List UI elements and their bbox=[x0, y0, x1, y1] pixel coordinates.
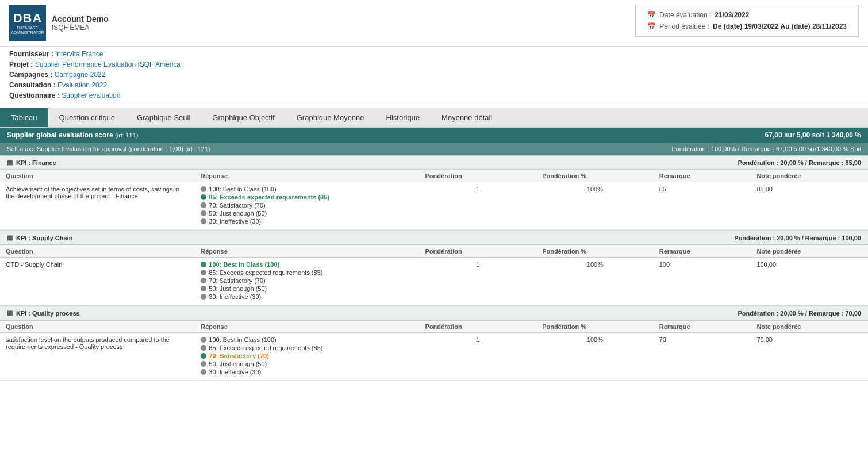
kpi-supply-chain-title: KPI : Supply Chain bbox=[16, 235, 72, 241]
dot-icon bbox=[201, 202, 206, 208]
col-reponse: Réponse bbox=[195, 245, 419, 258]
tab-historique[interactable]: Historique bbox=[375, 108, 431, 127]
finance-remarque: 85 bbox=[654, 182, 751, 230]
supply-remarque: 100 bbox=[654, 258, 751, 305]
logo-letters: DBA bbox=[13, 11, 43, 26]
response-option: 30: Ineffective (30) bbox=[201, 293, 413, 300]
account-sub: ISQF EMEA bbox=[52, 24, 109, 32]
tabs-bar: Tableau Question critique Graphique Seui… bbox=[0, 108, 868, 128]
campagnes-row: Campagnes : Campagne 2022 bbox=[9, 70, 859, 80]
dot-icon bbox=[201, 345, 206, 351]
projet-row: Projet : Supplier Performance Evaluation… bbox=[9, 59, 859, 70]
tab-graphique-objectif[interactable]: Graphique Objectif bbox=[201, 108, 285, 127]
dot-icon bbox=[201, 286, 206, 291]
eval-date-label: Date évaluation : bbox=[659, 11, 711, 19]
kpi-quality-ponderation: Pondération : 20,00 % / Remarque : 70,00 bbox=[738, 310, 861, 317]
supply-reponse: 100: Best in Class (100) 85: Exceeds exp… bbox=[195, 258, 419, 305]
supply-ponderation-pct: 100% bbox=[536, 258, 654, 305]
finance-ponderation-pct: 100% bbox=[536, 182, 654, 230]
response-option: 30: Ineffective (30) bbox=[201, 369, 413, 375]
consultation-value: Evaluation 2022 bbox=[57, 81, 107, 89]
quality-ponderation: 1 bbox=[420, 333, 537, 381]
fournisseur-value: Intervita France bbox=[55, 50, 103, 58]
supply-note-ponderee: 100,00 bbox=[751, 258, 868, 305]
period-row: 📅 Period évaluée : De (date) 19/03/2022 … bbox=[647, 22, 847, 30]
kpi-quality-title-area: ▦ KPI : Quality process bbox=[7, 309, 80, 317]
dot-icon-green bbox=[201, 194, 206, 200]
response-option: 85: Exceeds expected requirements (85) bbox=[201, 269, 413, 276]
response-option: 50: Just enough (50) bbox=[201, 210, 413, 217]
col-ponderation-pct: Pondération % bbox=[536, 245, 654, 258]
table-row: Achievement of the objectives set in ter… bbox=[0, 182, 868, 230]
dot-icon bbox=[201, 210, 206, 216]
account-info: Account Demo ISQF EMEA bbox=[52, 14, 109, 32]
eval-date-row: 📅 Date évaluation : 21/03/2022 bbox=[647, 11, 847, 19]
kpi-supply-chain-title-area: ▦ KPI : Supply Chain bbox=[7, 234, 72, 241]
consultation-row: Consultation : Evaluation 2022 bbox=[9, 80, 859, 90]
dot-icon bbox=[201, 337, 206, 343]
tab-tableau[interactable]: Tableau bbox=[0, 108, 48, 127]
logo-area: DBA DATABASEADMINISTRATOR Account Demo I… bbox=[9, 5, 109, 41]
kpi-quality-header-row: Question Réponse Pondération Pondération… bbox=[0, 321, 868, 333]
kpi-supply-chain-table: Question Réponse Pondération Pondération… bbox=[0, 245, 868, 305]
grid-icon-finance: ▦ bbox=[7, 159, 13, 166]
col-remarque: Remarque bbox=[654, 321, 751, 333]
content-area: Supplier global evaluation score (id: 11… bbox=[0, 128, 868, 381]
dot-icon bbox=[201, 278, 206, 283]
projet-value: Supplier Performance Evaluation ISQF Ame… bbox=[35, 60, 180, 68]
kpi-quality-title: KPI : Quality process bbox=[16, 310, 80, 317]
score-value: 67,00 sur 5,00 soit 1 340,00 % bbox=[765, 131, 861, 139]
axe-title: Self a axe Supplier Evaluation for appro… bbox=[7, 145, 210, 152]
questionnaire-label: Questionnaire : bbox=[9, 91, 60, 99]
fournisseur-row: Fournisseur : Intervita France bbox=[9, 49, 859, 59]
quality-reponse: 100: Best in Class (100) 85: Exceeds exp… bbox=[195, 333, 419, 381]
finance-question: Achievement of the objectives set in ter… bbox=[0, 182, 195, 230]
response-option: 50: Just enough (50) bbox=[201, 360, 413, 367]
response-option: 100: Best in Class (100) bbox=[201, 336, 413, 343]
period-value: De (date) 19/03/2022 Au (date) 28/11/202… bbox=[713, 22, 847, 30]
kpi-quality-section: ▦ KPI : Quality process Pondération : 20… bbox=[0, 306, 868, 381]
calendar-icon: 📅 bbox=[647, 11, 656, 19]
col-ponderation-pct: Pondération % bbox=[536, 170, 654, 182]
dot-icon bbox=[201, 369, 206, 375]
kpi-finance-title: KPI : Finance bbox=[16, 159, 56, 166]
kpi-finance-title-area: ▦ KPI : Finance bbox=[7, 159, 56, 166]
kpi-quality-table: Question Réponse Pondération Pondération… bbox=[0, 320, 868, 381]
quality-note-ponderee: 70,00 bbox=[751, 333, 868, 381]
dot-icon bbox=[201, 270, 206, 275]
kpi-finance-header-row: Question Réponse Pondération Pondération… bbox=[0, 170, 868, 182]
response-option-selected: 100: Best in Class (100) bbox=[201, 261, 413, 268]
score-title: Supplier global evaluation score (id: 11… bbox=[7, 131, 138, 139]
kpi-supply-chain-header-row: Question Réponse Pondération Pondération… bbox=[0, 245, 868, 258]
table-row: OTD - Supply Chain 100: Best in Class (1… bbox=[0, 258, 868, 305]
kpi-supply-chain-section: ▦ KPI : Supply Chain Pondération : 20,00… bbox=[0, 231, 868, 306]
tab-question-critique[interactable]: Question critique bbox=[48, 108, 126, 127]
kpi-finance-table: Question Réponse Pondération Pondération… bbox=[0, 170, 868, 230]
quality-ponderation-pct: 100% bbox=[536, 333, 654, 381]
col-question: Question bbox=[0, 321, 195, 333]
date-info-box: 📅 Date évaluation : 21/03/2022 📅 Period … bbox=[635, 5, 859, 37]
grid-icon-supply: ▦ bbox=[7, 234, 13, 241]
tab-graphique-seuil[interactable]: Graphique Seuil bbox=[126, 108, 201, 127]
score-bar: Supplier global evaluation score (id: 11… bbox=[0, 128, 868, 143]
finance-reponse: 100: Best in Class (100) 85: Exceeds exp… bbox=[195, 182, 419, 230]
col-reponse: Réponse bbox=[195, 321, 419, 333]
campagnes-label: Campagnes : bbox=[9, 71, 52, 79]
quality-question: satisfaction level on the outputs produc… bbox=[0, 333, 195, 381]
col-note-ponderee: Note pondérée bbox=[751, 170, 868, 182]
tab-moyenne-detail[interactable]: Moyenne détail bbox=[431, 108, 503, 127]
projet-label: Projet : bbox=[9, 60, 33, 68]
header-top: DBA DATABASEADMINISTRATOR Account Demo I… bbox=[0, 0, 868, 47]
supply-ponderation: 1 bbox=[420, 258, 537, 305]
col-question: Question bbox=[0, 170, 195, 182]
col-remarque: Remarque bbox=[654, 245, 751, 258]
period-label: Period évaluée : bbox=[659, 22, 709, 30]
col-question: Question bbox=[0, 245, 195, 258]
account-name: Account Demo bbox=[52, 14, 109, 24]
eval-date-value: 21/03/2022 bbox=[715, 11, 749, 19]
response-option: 30: Ineffective (30) bbox=[201, 218, 413, 225]
tab-graphique-moyenne[interactable]: Graphique Moyenne bbox=[286, 108, 375, 127]
dot-icon bbox=[201, 218, 206, 224]
col-ponderation-pct: Pondération % bbox=[536, 321, 654, 333]
questionnaire-row: Questionnaire : Supplier evaluation bbox=[9, 90, 859, 101]
